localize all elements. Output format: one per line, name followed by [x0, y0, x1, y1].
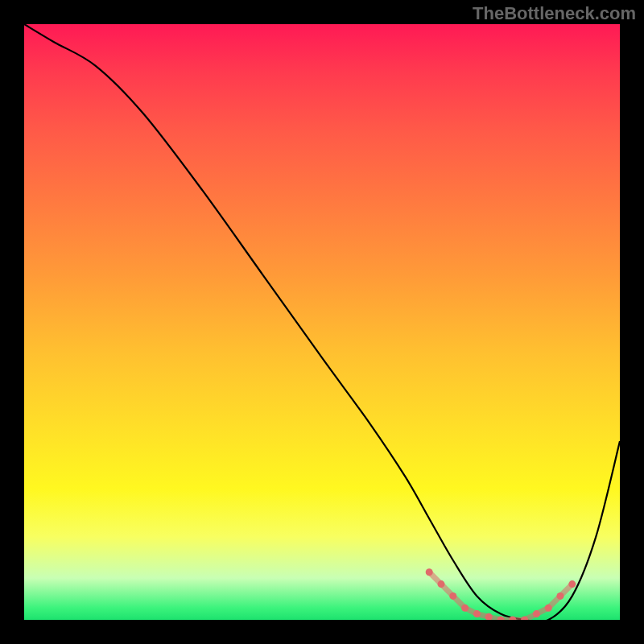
valley-markers — [426, 568, 576, 620]
bottleneck-curve — [24, 24, 620, 620]
valley-marker-dot — [449, 592, 456, 600]
valley-marker-dot — [438, 580, 445, 588]
watermark-text: TheBottleneck.com — [473, 3, 636, 24]
valley-marker-dot — [461, 605, 469, 612]
plot-area — [24, 24, 620, 620]
valley-marker-dot — [568, 580, 576, 588]
valley-marker-dot — [426, 568, 433, 576]
valley-marker-dot — [533, 610, 540, 617]
chart-svg — [24, 24, 620, 620]
chart-frame: TheBottleneck.com — [0, 0, 644, 644]
valley-marker-dot — [473, 610, 481, 617]
valley-marker-dot — [545, 605, 552, 612]
valley-marker-dot — [557, 592, 564, 600]
